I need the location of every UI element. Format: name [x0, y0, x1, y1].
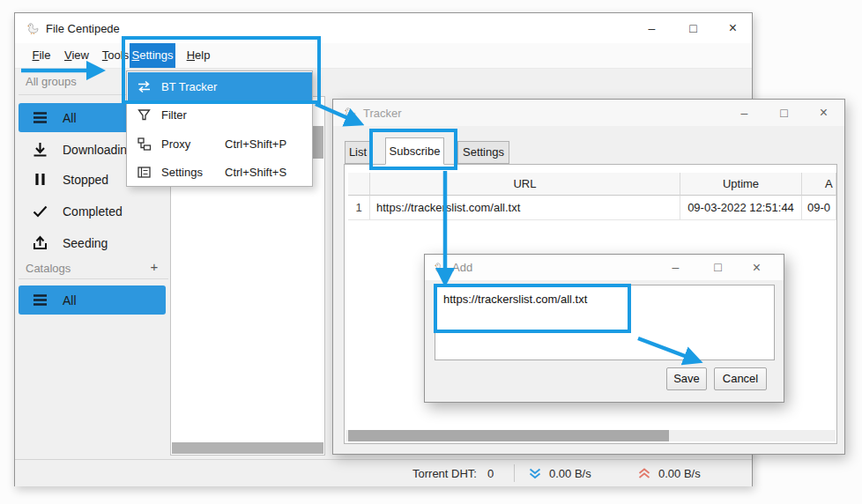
- settings-dropdown-menu: BT Tracker Filter Proxy Ctrl+Shift+P Set…: [126, 70, 313, 187]
- dht-label: Torrent DHT:: [412, 460, 477, 487]
- add-minimize-button[interactable]: –: [656, 255, 695, 280]
- menu-item-label: BT Tracker: [161, 80, 217, 93]
- row-num: 1: [348, 196, 370, 220]
- column-header-extra[interactable]: A: [802, 173, 836, 196]
- tracker-icon: [137, 79, 152, 94]
- add-catalog-button[interactable]: +: [145, 259, 163, 274]
- menu-item-shortcut: Ctrl+Shift+P: [225, 137, 286, 151]
- download-icon: [32, 141, 48, 158]
- tracker-horizontal-scrollbar[interactable]: [348, 430, 669, 441]
- upload-speed-icon: [637, 468, 651, 480]
- menu-item-proxy[interactable]: Proxy Ctrl+Shift+P: [128, 130, 312, 158]
- menu-item-shortcut: Ctrl+Shift+S: [225, 166, 286, 179]
- menu-icon: [32, 292, 48, 308]
- menu-help[interactable]: Help: [181, 43, 216, 68]
- sidebar-item-label: Downloading: [63, 143, 134, 157]
- catalogs-label: Catalogs: [26, 262, 71, 275]
- cancel-button[interactable]: Cancel: [714, 367, 767, 390]
- tracker-window-title: Tracker: [363, 107, 402, 120]
- dht-value: 0: [487, 460, 494, 487]
- add-dialog-title: Add: [452, 261, 472, 274]
- screenshot-stage: File Centipede – □ × File View Tools Set…: [0, 0, 862, 504]
- menu-item-bt-tracker[interactable]: BT Tracker: [128, 72, 312, 100]
- check-icon: [32, 203, 48, 219]
- download-speed: 0.00 B/s: [549, 460, 591, 487]
- tab-list[interactable]: List: [345, 141, 371, 164]
- horizontal-scrollbar[interactable]: [172, 442, 323, 454]
- main-close-button[interactable]: ×: [713, 13, 753, 43]
- app-duck-icon: [26, 21, 40, 35]
- upload-speed: 0.00 B/s: [658, 460, 701, 487]
- tracker-close-button[interactable]: ×: [804, 100, 843, 126]
- menu-item-label: Filter: [161, 108, 187, 122]
- menu-file[interactable]: File: [26, 43, 57, 68]
- all-groups-label[interactable]: All groups: [26, 75, 77, 88]
- sidebar-item-label: All: [63, 111, 77, 125]
- upload-icon: [32, 234, 48, 251]
- main-minimize-button[interactable]: –: [632, 13, 672, 43]
- main-maximize-button[interactable]: □: [673, 13, 713, 43]
- app-duck-icon: [344, 106, 357, 120]
- row-url[interactable]: https://trackerslist.com/all.txt: [370, 196, 680, 220]
- settings-icon: [137, 165, 152, 180]
- save-button[interactable]: Save: [666, 367, 707, 390]
- main-window-title: File Centipede: [46, 22, 120, 35]
- column-header-uptime[interactable]: Uptime: [680, 173, 802, 196]
- tab-settings[interactable]: Settings: [457, 141, 509, 164]
- menu-item-label: Proxy: [161, 137, 190, 151]
- catalog-item-all[interactable]: All: [19, 285, 166, 315]
- row-extra: 09-0: [802, 196, 836, 220]
- proxy-icon: [137, 137, 152, 152]
- menu-item-filter[interactable]: Filter: [128, 100, 312, 129]
- status-separator: [514, 464, 515, 482]
- sidebar-item-completed[interactable]: Completed: [19, 196, 166, 226]
- tracker-maximize-button[interactable]: □: [764, 100, 804, 126]
- menu-settings[interactable]: Settings: [130, 43, 175, 68]
- tracker-minimize-button[interactable]: –: [725, 100, 764, 126]
- add-close-button[interactable]: ×: [737, 255, 777, 280]
- menu-item-settings[interactable]: Settings Ctrl+Shift+S: [128, 158, 312, 186]
- catalog-item-label: All: [63, 293, 77, 308]
- download-speed-icon: [528, 468, 542, 480]
- column-header-url[interactable]: URL: [370, 173, 680, 196]
- column-header-num[interactable]: [348, 173, 370, 196]
- sidebar-item-label: Seeding: [63, 236, 108, 250]
- filter-icon: [137, 107, 152, 122]
- sidebar-item-label: Stopped: [63, 173, 108, 187]
- row-uptime: 09-03-2022 12:51:44: [680, 196, 802, 220]
- menu-item-label: Settings: [161, 166, 203, 179]
- sidebar-item-label: Completed: [63, 204, 123, 219]
- app-duck-icon: [434, 261, 447, 275]
- menu-icon: [32, 109, 48, 126]
- add-maximize-button[interactable]: □: [698, 255, 738, 280]
- add-dialog: Add – □ × https://trackerslist.com/all.t…: [424, 254, 784, 403]
- menu-view[interactable]: View: [57, 43, 96, 68]
- pause-icon: [32, 171, 48, 188]
- tab-subscribe[interactable]: Subscribe: [385, 137, 444, 165]
- catalogs-separator: [19, 278, 168, 279]
- status-bar: Torrent DHT: 0 0.00 B/s 0.00 B/s: [15, 459, 752, 486]
- vertical-scrollbar[interactable]: [312, 126, 323, 159]
- sidebar-item-seeding[interactable]: Seeding: [19, 228, 166, 257]
- url-input[interactable]: https://trackerslist.com/all.txt: [435, 285, 775, 360]
